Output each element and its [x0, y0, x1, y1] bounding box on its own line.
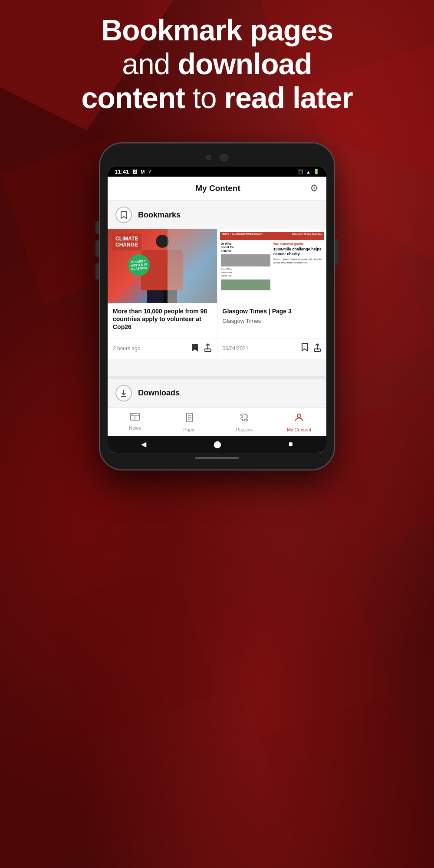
card1-bookmark-icon[interactable]	[191, 343, 199, 355]
card2-image: NEWS • GLASGOWTIMES.CO.UK Glasgow Times …	[217, 229, 327, 303]
hero-content: content	[81, 81, 185, 114]
hero-section: Bookmark pages and download content to r…	[0, 13, 434, 115]
nav-paper-label: Paper	[183, 427, 196, 432]
downloads-section-header: Downloads	[108, 376, 326, 408]
card2-headline: Glasgow Times | Page 3	[223, 307, 322, 315]
news-nav-icon	[130, 412, 140, 424]
svg-marker-10	[0, 694, 174, 868]
phone-outer-shell: 11:41 🖼 M ✓ 📳 ▲ 🔋 My Content ⚙	[100, 143, 334, 470]
phone-top-bar	[108, 151, 326, 167]
card2-date: 06/04/2021	[223, 345, 249, 352]
phone-bottom-bar	[108, 453, 326, 462]
card2-meta: 06/04/2021	[217, 338, 327, 359]
status-left: 11:41 🖼 M ✓	[115, 168, 152, 175]
status-mail-icon: M	[141, 169, 145, 174]
volume-buttons	[95, 221, 99, 279]
hero-read-later: read later	[224, 81, 352, 114]
bookmark-card-2[interactable]: NEWS • GLASGOWTIMES.CO.UK Glasgow Times …	[217, 229, 327, 359]
hero-to: to	[185, 81, 224, 114]
downloads-title: Downloads	[138, 388, 180, 398]
card1-info: More than 10,000 people from 98 countrie…	[108, 303, 217, 338]
nav-paper[interactable]: Paper	[162, 408, 217, 436]
status-wifi-icon: ▲	[306, 169, 311, 174]
hero-bookmark: Bookmark pages	[101, 13, 333, 46]
svg-rect-12	[205, 349, 211, 352]
bookmarks-cards-row: PROUDLY HOSTED IN GLASGOW	[108, 229, 326, 359]
android-back-button[interactable]: ◀	[141, 440, 146, 448]
card2-actions	[301, 343, 321, 355]
android-home-button[interactable]: ⬤	[214, 440, 221, 448]
volume-silent-button	[95, 263, 99, 279]
card2-subtitle: Glasgow Times	[223, 318, 322, 324]
card2-bookmark-icon[interactable]	[301, 343, 308, 355]
nav-news[interactable]: News	[108, 408, 162, 436]
paper-nav-icon	[185, 412, 194, 425]
nav-news-label: News	[129, 425, 141, 431]
status-battery-icon: 🔋	[313, 169, 319, 174]
card2-info: Glasgow Times | Page 3 Glasgow Times	[217, 303, 327, 338]
climate-badge: CLIMATECHANGE	[112, 233, 141, 250]
nav-my-content-label: My Content	[287, 427, 311, 432]
settings-icon[interactable]: ⚙	[310, 183, 319, 194]
android-nav-bar: ◀ ⬤ ■	[108, 436, 326, 453]
phone-mockup: 11:41 🖼 M ✓ 📳 ▲ 🔋 My Content ⚙	[100, 143, 334, 470]
puzzles-nav-icon	[239, 412, 250, 425]
card1-actions	[191, 343, 212, 355]
app-header: My Content ⚙	[108, 177, 326, 201]
bookmarks-icon	[115, 207, 132, 223]
nav-puzzles[interactable]: Puzzles	[217, 408, 272, 436]
newspaper-image: NEWS • GLASGOWTIMES.CO.UK Glasgow Times …	[217, 229, 327, 303]
status-check-icon: ✓	[148, 169, 152, 174]
volume-down-button	[95, 240, 99, 257]
downloads-icon	[115, 385, 132, 401]
camera-dot-small	[206, 155, 211, 160]
bookmark-card-1[interactable]: PROUDLY HOSTED IN GLASGOW	[108, 229, 217, 359]
bookmarks-title: Bookmarks	[138, 210, 181, 220]
status-bar: 11:41 🖼 M ✓ 📳 ▲ 🔋	[108, 167, 326, 177]
status-time: 11:41	[115, 168, 129, 175]
volume-up-button	[95, 221, 99, 234]
phone-screen: 11:41 🖼 M ✓ 📳 ▲ 🔋 My Content ⚙	[108, 167, 326, 453]
card1-headline: More than 10,000 people from 98 countrie…	[113, 307, 212, 331]
card1-share-icon[interactable]	[204, 343, 212, 355]
bookmarks-section-header: Bookmarks	[108, 201, 326, 229]
bottom-nav: News Paper	[108, 408, 326, 436]
card2-share-icon[interactable]	[313, 343, 321, 355]
content-area: Bookmarks	[108, 201, 326, 408]
status-photo-icon: 🖼	[132, 169, 137, 174]
card1-image: PROUDLY HOSTED IN GLASGOW	[108, 229, 217, 303]
nav-puzzles-label: Puzzles	[236, 427, 253, 432]
app-title: My Content	[195, 184, 240, 193]
nav-my-content[interactable]: My Content	[272, 408, 326, 436]
status-right: 📳 ▲ 🔋	[297, 169, 319, 174]
camera-dot-large	[220, 154, 228, 161]
power-button	[335, 239, 339, 265]
hero-and: and	[122, 47, 178, 80]
svg-point-22	[297, 414, 301, 418]
card1-time: 2 hours ago	[113, 345, 140, 352]
card1-meta: 2 hours ago	[108, 338, 217, 359]
my-content-nav-icon	[294, 412, 304, 425]
home-indicator	[195, 457, 239, 459]
android-recent-button[interactable]: ■	[289, 440, 293, 448]
hero-download: download	[178, 47, 312, 80]
svg-rect-13	[314, 349, 320, 352]
status-vibrate-icon: 📳	[297, 169, 303, 174]
content-spacer	[108, 359, 326, 376]
